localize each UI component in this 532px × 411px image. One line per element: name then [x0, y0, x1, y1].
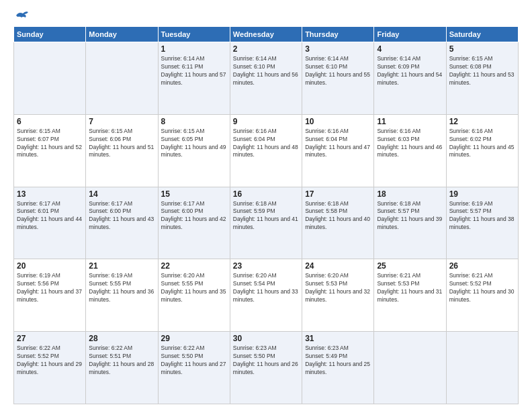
- calendar-cell: 4Sunrise: 6:14 AMSunset: 6:09 PMDaylight…: [374, 42, 446, 115]
- calendar-cell: 8Sunrise: 6:15 AMSunset: 6:05 PMDaylight…: [158, 114, 230, 187]
- day-info: Sunrise: 6:20 AMSunset: 5:54 PMDaylight:…: [233, 272, 299, 304]
- day-info: Sunrise: 6:19 AMSunset: 5:55 PMDaylight:…: [89, 272, 154, 304]
- calendar-cell: 2Sunrise: 6:14 AMSunset: 6:10 PMDaylight…: [230, 42, 302, 115]
- calendar-cell: 28Sunrise: 6:22 AMSunset: 5:51 PMDayligh…: [86, 332, 158, 404]
- logo-container: [13, 10, 30, 21]
- day-info: Sunrise: 6:14 AMSunset: 6:10 PMDaylight:…: [233, 55, 299, 87]
- day-info: Sunrise: 6:20 AMSunset: 5:53 PMDaylight:…: [305, 272, 371, 304]
- day-number: 7: [89, 117, 154, 126]
- day-number: 23: [233, 261, 299, 271]
- calendar-week-3: 13Sunrise: 6:17 AMSunset: 6:01 PMDayligh…: [14, 187, 519, 259]
- calendar-cell: 17Sunrise: 6:18 AMSunset: 5:58 PMDayligh…: [302, 187, 374, 259]
- day-number: 20: [17, 261, 83, 271]
- calendar-cell: 22Sunrise: 6:20 AMSunset: 5:55 PMDayligh…: [158, 259, 230, 332]
- day-number: 16: [233, 189, 299, 199]
- day-number: 29: [161, 334, 227, 343]
- calendar-header-row: SundayMondayTuesdayWednesdayThursdayFrid…: [14, 27, 519, 42]
- calendar-cell: 21Sunrise: 6:19 AMSunset: 5:55 PMDayligh…: [86, 259, 158, 332]
- day-number: 28: [89, 334, 154, 343]
- day-number: 27: [17, 334, 83, 343]
- calendar-cell: 5Sunrise: 6:15 AMSunset: 6:08 PMDaylight…: [446, 42, 518, 115]
- calendar-cell: 6Sunrise: 6:15 AMSunset: 6:07 PMDaylight…: [14, 114, 86, 187]
- calendar-cell: 20Sunrise: 6:19 AMSunset: 5:56 PMDayligh…: [14, 259, 86, 332]
- day-number: 14: [89, 189, 154, 199]
- calendar-cell: 7Sunrise: 6:15 AMSunset: 6:06 PMDaylight…: [86, 114, 158, 187]
- day-number: 15: [161, 189, 227, 199]
- calendar-cell: 14Sunrise: 6:17 AMSunset: 6:00 PMDayligh…: [86, 187, 158, 259]
- day-info: Sunrise: 6:14 AMSunset: 6:09 PMDaylight:…: [377, 55, 443, 87]
- calendar-cell: 15Sunrise: 6:17 AMSunset: 6:00 PMDayligh…: [158, 187, 230, 259]
- calendar-cell: 27Sunrise: 6:22 AMSunset: 5:52 PMDayligh…: [14, 332, 86, 404]
- day-number: 19: [449, 189, 515, 199]
- calendar-cell: 23Sunrise: 6:20 AMSunset: 5:54 PMDayligh…: [230, 259, 302, 332]
- calendar-week-2: 6Sunrise: 6:15 AMSunset: 6:07 PMDaylight…: [14, 114, 519, 187]
- day-number: 11: [377, 117, 443, 126]
- day-info: Sunrise: 6:15 AMSunset: 6:05 PMDaylight:…: [161, 128, 227, 160]
- day-header-friday: Friday: [374, 27, 446, 42]
- day-info: Sunrise: 6:15 AMSunset: 6:06 PMDaylight:…: [89, 128, 154, 160]
- calendar-cell: 3Sunrise: 6:14 AMSunset: 6:10 PMDaylight…: [302, 42, 374, 115]
- day-info: Sunrise: 6:18 AMSunset: 5:59 PMDaylight:…: [233, 200, 299, 232]
- day-info: Sunrise: 6:17 AMSunset: 6:00 PMDaylight:…: [89, 200, 154, 232]
- day-number: 9: [233, 117, 299, 126]
- day-number: 26: [449, 261, 515, 271]
- day-info: Sunrise: 6:22 AMSunset: 5:51 PMDaylight:…: [89, 345, 154, 377]
- day-number: 4: [377, 44, 443, 54]
- calendar-cell: 29Sunrise: 6:22 AMSunset: 5:50 PMDayligh…: [158, 332, 230, 404]
- logo: [13, 10, 30, 21]
- calendar-cell: 30Sunrise: 6:23 AMSunset: 5:50 PMDayligh…: [230, 332, 302, 404]
- day-info: Sunrise: 6:17 AMSunset: 6:01 PMDaylight:…: [17, 200, 83, 232]
- day-number: 18: [377, 189, 443, 199]
- day-info: Sunrise: 6:18 AMSunset: 5:57 PMDaylight:…: [377, 200, 443, 232]
- day-info: Sunrise: 6:15 AMSunset: 6:08 PMDaylight:…: [449, 55, 515, 87]
- day-info: Sunrise: 6:21 AMSunset: 5:53 PMDaylight:…: [377, 272, 443, 304]
- day-number: 6: [17, 117, 83, 126]
- day-info: Sunrise: 6:22 AMSunset: 5:52 PMDaylight:…: [17, 345, 83, 377]
- calendar-table: SundayMondayTuesdayWednesdayThursdayFrid…: [13, 26, 519, 404]
- day-info: Sunrise: 6:16 AMSunset: 6:02 PMDaylight:…: [449, 128, 515, 160]
- calendar-cell: [374, 332, 446, 404]
- calendar-week-4: 20Sunrise: 6:19 AMSunset: 5:56 PMDayligh…: [14, 259, 519, 332]
- day-header-sunday: Sunday: [14, 27, 86, 42]
- day-number: 2: [233, 44, 299, 54]
- day-info: Sunrise: 6:19 AMSunset: 5:56 PMDaylight:…: [17, 272, 83, 304]
- calendar-cell: 25Sunrise: 6:21 AMSunset: 5:53 PMDayligh…: [374, 259, 446, 332]
- calendar-cell: 19Sunrise: 6:19 AMSunset: 5:57 PMDayligh…: [446, 187, 518, 259]
- day-number: 3: [305, 44, 371, 54]
- calendar-cell: 12Sunrise: 6:16 AMSunset: 6:02 PMDayligh…: [446, 114, 518, 187]
- day-header-monday: Monday: [86, 27, 158, 42]
- calendar-cell: 9Sunrise: 6:16 AMSunset: 6:04 PMDaylight…: [230, 114, 302, 187]
- day-info: Sunrise: 6:14 AMSunset: 6:10 PMDaylight:…: [305, 55, 371, 87]
- day-number: 24: [305, 261, 371, 271]
- calendar-cell: 10Sunrise: 6:16 AMSunset: 6:04 PMDayligh…: [302, 114, 374, 187]
- header: [13, 10, 519, 21]
- day-info: Sunrise: 6:18 AMSunset: 5:58 PMDaylight:…: [305, 200, 371, 232]
- day-info: Sunrise: 6:14 AMSunset: 6:11 PMDaylight:…: [161, 55, 227, 87]
- day-number: 13: [17, 189, 83, 199]
- day-info: Sunrise: 6:22 AMSunset: 5:50 PMDaylight:…: [161, 345, 227, 377]
- calendar-cell: 16Sunrise: 6:18 AMSunset: 5:59 PMDayligh…: [230, 187, 302, 259]
- day-number: 12: [449, 117, 515, 126]
- day-number: 21: [89, 261, 154, 271]
- calendar-week-5: 27Sunrise: 6:22 AMSunset: 5:52 PMDayligh…: [14, 332, 519, 404]
- day-number: 8: [161, 117, 227, 126]
- calendar-cell: [14, 42, 86, 115]
- day-info: Sunrise: 6:23 AMSunset: 5:49 PMDaylight:…: [305, 345, 371, 377]
- day-number: 1: [161, 44, 227, 54]
- day-number: 30: [233, 334, 299, 343]
- day-number: 22: [161, 261, 227, 271]
- calendar-cell: 24Sunrise: 6:20 AMSunset: 5:53 PMDayligh…: [302, 259, 374, 332]
- calendar-cell: 13Sunrise: 6:17 AMSunset: 6:01 PMDayligh…: [14, 187, 86, 259]
- calendar-cell: [446, 332, 518, 404]
- day-header-tuesday: Tuesday: [158, 27, 230, 42]
- calendar-cell: 18Sunrise: 6:18 AMSunset: 5:57 PMDayligh…: [374, 187, 446, 259]
- page: SundayMondayTuesdayWednesdayThursdayFrid…: [0, 0, 532, 411]
- day-info: Sunrise: 6:16 AMSunset: 6:03 PMDaylight:…: [377, 128, 443, 160]
- day-number: 31: [305, 334, 371, 343]
- calendar-cell: [86, 42, 158, 115]
- calendar-cell: 26Sunrise: 6:21 AMSunset: 5:52 PMDayligh…: [446, 259, 518, 332]
- day-info: Sunrise: 6:16 AMSunset: 6:04 PMDaylight:…: [305, 128, 371, 160]
- calendar-cell: 1Sunrise: 6:14 AMSunset: 6:11 PMDaylight…: [158, 42, 230, 115]
- day-info: Sunrise: 6:19 AMSunset: 5:57 PMDaylight:…: [449, 200, 515, 232]
- day-info: Sunrise: 6:16 AMSunset: 6:04 PMDaylight:…: [233, 128, 299, 160]
